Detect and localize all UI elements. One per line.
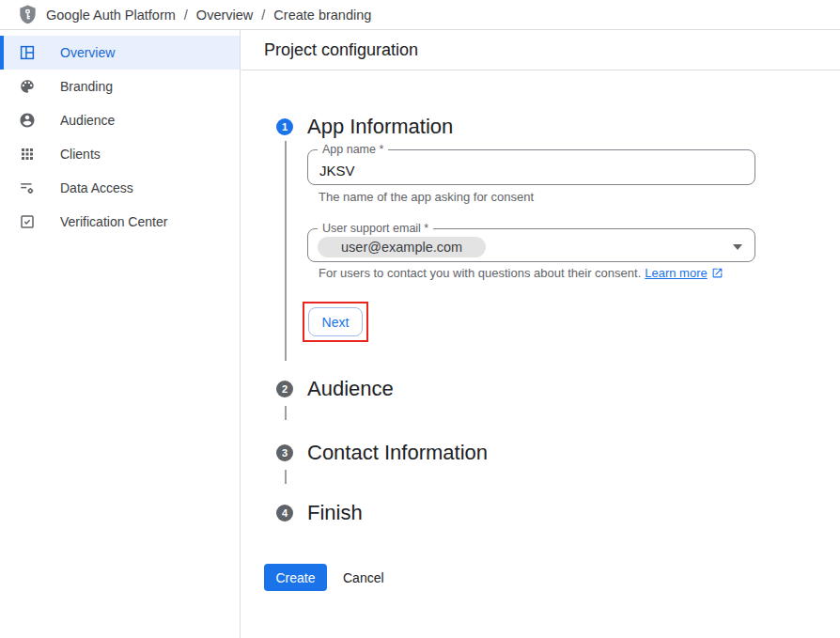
step-title: Contact Information [307,441,488,465]
overview-icon [19,44,36,61]
sidebar-item-branding[interactable]: Branding [0,70,240,103]
next-button[interactable]: Next [308,307,363,336]
account-circle-icon [19,112,36,129]
breadcrumb-app[interactable]: Google Auth Platform [46,8,176,23]
verification-check-icon [19,213,36,230]
app-name-helper-text: The name of the app asking for consent [319,190,534,204]
sidebar-item-overview[interactable]: Overview [0,36,240,70]
chevron-down-icon[interactable] [733,244,742,250]
sidebar-item-label: Clients [60,147,101,162]
sidebar-item-label: Verification Center [60,214,167,229]
sidebar-item-audience[interactable]: Audience [0,103,240,137]
sidebar-item-label: Branding [60,79,113,94]
breadcrumb-separator: / [184,8,188,23]
step-title: Audience [307,377,394,401]
app-name-field: App name * [307,149,755,185]
app-window: Google Auth Platform / Overview / Create… [0,0,840,638]
user-support-email-select[interactable]: User support email * user@example.com [307,228,755,262]
learn-more-link[interactable]: Learn more [645,266,707,280]
stepper-connector [285,406,287,420]
cancel-button[interactable]: Cancel [332,564,396,591]
breadcrumb-separator: / [261,8,265,23]
breadcrumb-current-page: Create branding [273,8,371,23]
step-audience: 2 Audience [276,377,394,401]
step-number-badge: 3 [276,444,293,461]
step-title: App Information [307,115,453,139]
sidebar-item-verification-center[interactable]: Verification Center [0,205,240,239]
open-in-new-icon [711,267,723,279]
sidebar-item-clients[interactable]: Clients [0,137,240,171]
step-app-information: 1 App Information [276,115,453,139]
step-finish: 4 Finish [276,501,363,525]
palette-icon [19,78,36,95]
step-number-badge: 2 [276,381,293,397]
step-title: Finish [307,501,363,525]
breadcrumb-bar: Google Auth Platform / Overview / Create… [0,0,840,30]
support-email-helper-text: For users to contact you with questions … [319,266,723,280]
email-value-chip: user@example.com [318,237,486,257]
step-number-badge: 4 [276,505,293,521]
create-button[interactable]: Create [264,564,327,591]
app-name-label: App name * [318,143,388,156]
user-support-email-label: User support email * [318,222,433,235]
shield-key-icon [17,3,39,26]
data-access-gear-icon [19,179,36,196]
page-header: Project configuration [241,30,840,70]
apps-grid-icon [19,146,36,163]
sidebar-item-data-access[interactable]: Data Access [0,171,240,205]
sidebar-item-label: Overview [60,45,115,60]
sidebar-item-label: Audience [60,113,115,128]
breadcrumb-overview[interactable]: Overview [196,8,253,23]
step-contact-information: 3 Contact Information [276,441,488,465]
sidebar-nav: Overview Branding Audience [0,30,241,638]
breadcrumb: Google Auth Platform / Overview / Create… [46,8,371,23]
step-number-badge: 1 [276,118,293,135]
stepper-connector [285,470,287,484]
sidebar-item-label: Data Access [60,180,133,195]
stepper-connector [285,141,287,361]
page-title: Project configuration [264,40,418,60]
